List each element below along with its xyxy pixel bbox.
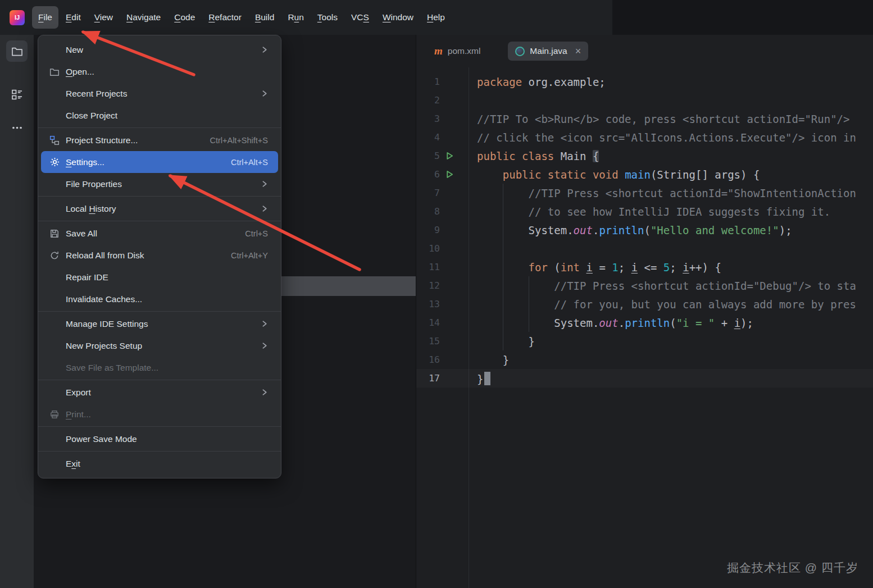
menu-item-label: File Properties (66, 179, 122, 189)
line-number: 8 (416, 206, 440, 217)
blank-icon (48, 386, 61, 399)
gutter-marker-area (440, 91, 469, 110)
code-line: 8 // to see how IntelliJ IDEA suggests f… (416, 202, 873, 221)
code-editor[interactable]: 1package org.example;23//TIP To <b>Run</… (416, 67, 873, 588)
line-number: 6 (416, 169, 440, 180)
menubar-item-tools[interactable]: Tools (311, 6, 344, 29)
menu-item-file-properties[interactable]: File Properties (41, 173, 278, 195)
line-number: 10 (416, 243, 440, 254)
gutter-marker-area (440, 202, 469, 221)
menu-item-close-project[interactable]: Close Project (41, 104, 278, 126)
code-line: 13 // for you, but you can always add mo… (416, 295, 873, 313)
blank-icon (48, 178, 61, 190)
menu-item-label: Invalidate Caches... (66, 294, 142, 304)
line-number: 11 (416, 262, 440, 272)
gutter-marker-area (440, 258, 469, 276)
gutter-marker-area (440, 369, 469, 388)
menubar-item-file[interactable]: File (32, 6, 58, 29)
intellij-logo-icon: IJ (10, 10, 25, 25)
code-line: 5public class Main { (416, 147, 873, 165)
blank-icon (48, 88, 61, 100)
menu-item-label: Repair IDE (66, 272, 108, 282)
code-text[interactable]: //TIP Press <shortcut actionId="ShowInte… (469, 187, 856, 199)
blank-icon (48, 318, 61, 330)
menu-item-project-structure[interactable]: Project Structure...Ctrl+Alt+Shift+S (41, 129, 278, 151)
project-tool-icon[interactable] (6, 40, 28, 62)
line-number: 14 (416, 317, 440, 328)
menu-item-label: New (66, 45, 83, 55)
code-text[interactable]: public static void main(String[] args) { (469, 168, 760, 181)
blank-icon (48, 110, 61, 122)
code-text[interactable]: System.out.println("Hello and welcome!")… (469, 224, 792, 236)
menu-item-manage-ide-settings[interactable]: Manage IDE Settings (41, 313, 278, 335)
code-line: 15 } (416, 332, 873, 350)
code-text[interactable]: //TIP Press <shortcut actionId="Debug"/>… (469, 280, 856, 292)
menu-item-label: Open... (66, 67, 94, 77)
code-text[interactable]: } (469, 354, 509, 366)
code-text[interactable]: // to see how IntelliJ IDEA suggests fix… (469, 206, 830, 218)
menu-item-save-all[interactable]: Save AllCtrl+S (41, 222, 278, 244)
tab-pom-xml[interactable]: m pom.xml (427, 42, 488, 61)
menu-item-reload-all-from-disk[interactable]: Reload All from DiskCtrl+Alt+Y (41, 244, 278, 266)
code-text[interactable]: //TIP To <b>Run</b> code, press <shortcu… (469, 113, 856, 125)
menubar-item-help[interactable]: Help (421, 6, 451, 29)
menu-item-export[interactable]: Export (41, 381, 278, 403)
menubar-item-code[interactable]: Code (168, 6, 201, 29)
code-text[interactable]: } (469, 335, 535, 348)
reload-icon (48, 249, 61, 262)
line-number: 17 (416, 373, 440, 384)
menu-item-local-history[interactable]: Local History (41, 198, 278, 220)
blank-icon (48, 293, 61, 306)
menu-item-label: Export (66, 388, 91, 398)
menu-item-exit[interactable]: Exit (41, 453, 278, 475)
code-line: 11 for (int i = 1; i <= 5; i++) { (416, 258, 873, 276)
menubar-item-build[interactable]: Build (249, 6, 280, 29)
blank-icon (48, 458, 61, 470)
gutter-marker-area (440, 332, 469, 350)
menu-item-invalidate-caches[interactable]: Invalidate Caches... (41, 288, 278, 310)
menubar-item-navigate[interactable]: Navigate (120, 6, 167, 29)
run-gutter-icon[interactable] (440, 147, 469, 165)
more-tool-icon[interactable] (6, 117, 28, 138)
editor-tab-bar: m pom.xml Main.java × (416, 35, 873, 67)
menu-item-label: Project Structure... (66, 135, 138, 145)
gutter-marker-area (440, 221, 469, 239)
code-line: 3//TIP To <b>Run</b> code, press <shortc… (416, 110, 873, 128)
menubar-item-view[interactable]: View (88, 6, 119, 29)
menu-item-new-projects-setup[interactable]: New Projects Setup (41, 335, 278, 357)
code-text[interactable]: package org.example; (469, 76, 606, 88)
menubar-item-refactor[interactable]: Refactor (202, 6, 248, 29)
submenu-chevron-icon (261, 90, 268, 97)
run-gutter-icon[interactable] (440, 165, 469, 184)
menu-item-settings[interactable]: Settings...Ctrl+Alt+S (41, 151, 278, 173)
tab-main-java[interactable]: Main.java × (508, 42, 588, 61)
code-text[interactable]: System.out.println("i = " + i); (469, 317, 753, 329)
menubar-item-window[interactable]: Window (376, 6, 420, 29)
blank-icon (48, 433, 61, 445)
code-text[interactable]: // click the <icon src="AllIcons.Actions… (469, 131, 856, 144)
code-text[interactable]: // for you, but you can always add more … (469, 298, 856, 311)
java-class-icon (515, 47, 525, 56)
menu-item-power-save-mode[interactable]: Power Save Mode (41, 428, 278, 450)
menubar-item-vcs[interactable]: VCS (345, 6, 375, 29)
close-tab-icon[interactable]: × (575, 47, 581, 55)
menubar-item-run[interactable]: Run (281, 6, 310, 29)
menu-item-label: Recent Projects (66, 89, 127, 99)
code-text[interactable]: } (469, 372, 490, 385)
menu-item-label: Settings... (66, 157, 104, 167)
menu-item-open[interactable]: Open... (41, 61, 278, 83)
blank-icon (48, 271, 61, 284)
structure-tool-icon[interactable] (6, 84, 28, 105)
menu-item-shortcut: Ctrl+Alt+Shift+S (210, 136, 268, 145)
blank-icon (48, 203, 61, 215)
code-text[interactable]: for (int i = 1; i <= 5; i++) { (469, 261, 721, 274)
menu-item-shortcut: Ctrl+Alt+S (231, 158, 268, 167)
titlebar-empty-area (612, 0, 873, 35)
menu-separator (38, 426, 281, 427)
code-text[interactable]: public class Main { (469, 150, 599, 162)
menu-item-repair-ide[interactable]: Repair IDE (41, 266, 278, 288)
menubar-item-edit[interactable]: Edit (60, 6, 87, 29)
menu-item-new[interactable]: New (41, 39, 278, 61)
menu-item-recent-projects[interactable]: Recent Projects (41, 83, 278, 104)
code-line: 4// click the <icon src="AllIcons.Action… (416, 128, 873, 147)
